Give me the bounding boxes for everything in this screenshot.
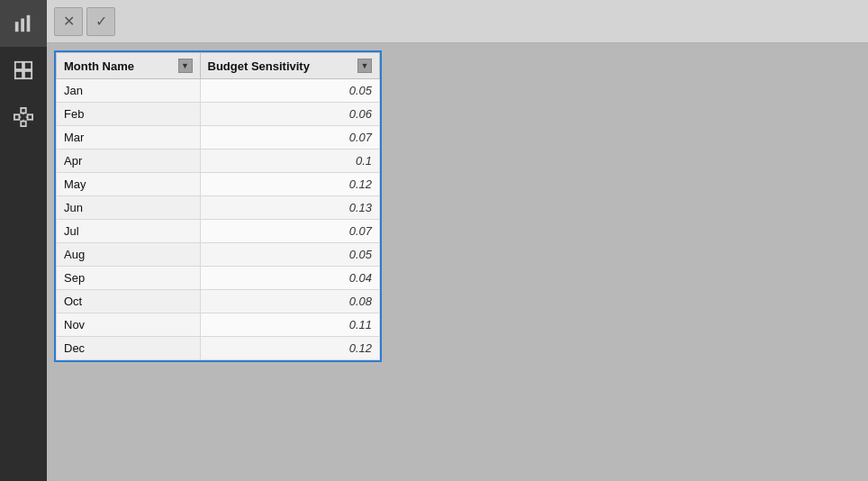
svg-rect-3 (15, 62, 23, 69)
table-row: May0.12 (57, 173, 380, 196)
table-row: Feb0.06 (57, 103, 380, 126)
data-table: Month Name ▼ Budget Sensitivity ▼ (56, 52, 380, 360)
table-row: Jun0.13 (57, 196, 380, 220)
column-header-budget: Budget Sensitivity ▼ (200, 53, 379, 79)
sidebar-icon-chart[interactable] (0, 0, 47, 47)
sidebar-icon-table[interactable] (0, 47, 47, 94)
value-cell: 0.13 (200, 196, 379, 220)
svg-rect-9 (28, 114, 33, 120)
month-cell: Jan (57, 79, 201, 103)
month-cell: Apr (57, 150, 201, 173)
month-cell: May (57, 173, 201, 196)
budget-filter-button[interactable]: ▼ (357, 59, 372, 73)
column-header-month: Month Name ▼ (57, 53, 201, 79)
value-cell: 0.05 (200, 243, 379, 267)
month-cell: Feb (57, 103, 201, 126)
cancel-button[interactable]: ✕ (54, 7, 83, 36)
value-cell: 0.06 (200, 103, 379, 126)
chart-icon (14, 14, 33, 33)
main-area: ✕ ✓ Month Name ▼ Budge (47, 0, 868, 481)
month-cell: Mar (57, 126, 201, 150)
svg-rect-4 (24, 62, 32, 69)
table-row: Oct0.08 (57, 290, 380, 313)
month-cell: Nov (57, 313, 201, 337)
month-filter-button[interactable]: ▼ (178, 59, 193, 73)
table-row: Jan0.05 (57, 79, 380, 103)
sidebar-icon-diagram[interactable] (0, 94, 47, 141)
value-cell: 0.12 (200, 173, 379, 196)
value-cell: 0.05 (200, 79, 379, 103)
svg-rect-1 (21, 19, 24, 32)
value-cell: 0.11 (200, 313, 379, 337)
month-cell: Jul (57, 220, 201, 243)
diagram-icon (14, 107, 33, 127)
month-cell: Sep (57, 267, 201, 290)
table-icon (14, 60, 33, 80)
svg-rect-8 (21, 108, 26, 113)
table-row: Nov0.11 (57, 313, 380, 337)
svg-rect-6 (24, 71, 32, 78)
svg-rect-10 (21, 122, 26, 127)
value-cell: 0.07 (200, 126, 379, 150)
value-cell: 0.04 (200, 267, 379, 290)
table-row: Dec0.12 (57, 337, 380, 360)
value-cell: 0.07 (200, 220, 379, 243)
value-cell: 0.12 (200, 337, 379, 360)
month-cell: Oct (57, 290, 201, 313)
month-cell: Dec (57, 337, 201, 360)
svg-rect-0 (15, 22, 19, 32)
sidebar (0, 0, 47, 481)
value-cell: 0.08 (200, 290, 379, 313)
svg-rect-5 (15, 71, 23, 78)
toolbar: ✕ ✓ (47, 0, 868, 43)
value-cell: 0.1 (200, 150, 379, 173)
content-area: Month Name ▼ Budget Sensitivity ▼ (47, 43, 868, 481)
table-row: Aug0.05 (57, 243, 380, 267)
data-table-container: Month Name ▼ Budget Sensitivity ▼ (54, 50, 382, 362)
table-row: Jul0.07 (57, 220, 380, 243)
confirm-button[interactable]: ✓ (86, 7, 115, 36)
table-row: Sep0.04 (57, 267, 380, 290)
svg-rect-2 (27, 15, 31, 32)
table-row: Mar0.07 (57, 126, 380, 150)
table-row: Apr0.1 (57, 150, 380, 173)
svg-rect-7 (14, 114, 19, 120)
month-cell: Jun (57, 196, 201, 220)
month-cell: Aug (57, 243, 201, 267)
